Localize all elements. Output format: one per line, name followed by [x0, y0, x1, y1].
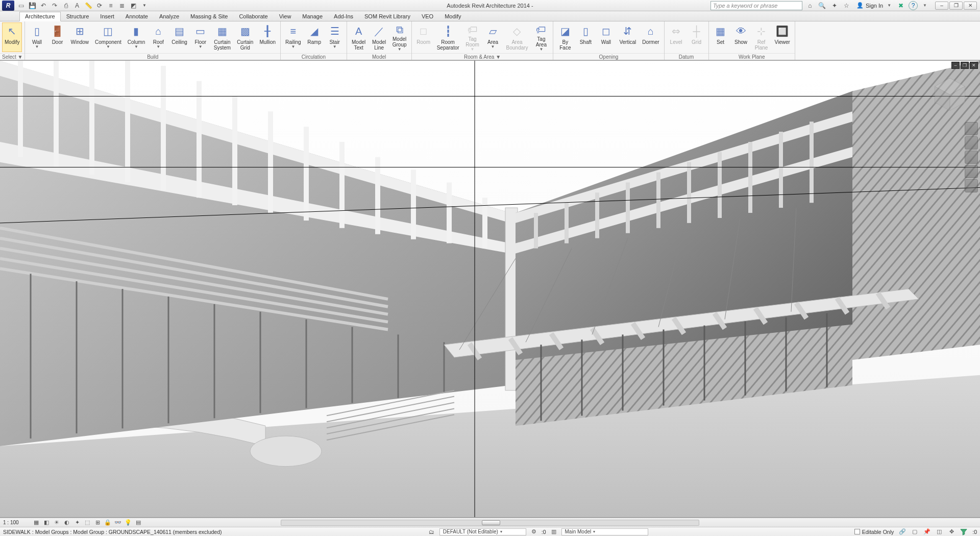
model-group-button[interactable]: ⧉Model Group▼ [390, 22, 409, 52]
tab-collaborate[interactable]: Collaborate [233, 12, 273, 21]
redo-icon[interactable]: ↷ [50, 1, 59, 10]
text-icon[interactable]: A [72, 1, 82, 10]
column-button[interactable]: ▮Column▼ [125, 22, 148, 52]
select-pinned-icon[interactable]: 📌 [923, 528, 930, 535]
tab-modify[interactable]: Modify [439, 12, 467, 21]
roof-button[interactable]: ⌂Roof▼ [149, 22, 168, 52]
tab-insert[interactable]: Insert [94, 12, 120, 21]
tab-analyze[interactable]: Analyze [154, 12, 185, 21]
select-links-icon[interactable]: 🔗 [899, 528, 906, 535]
visual-style-icon[interactable]: ◧ [43, 519, 50, 526]
worksharing-requests-icon[interactable]: ⚙ [530, 528, 537, 535]
tab-annotate[interactable]: Annotate [120, 12, 154, 21]
undo-icon[interactable]: ↶ [39, 1, 48, 10]
search-go-icon[interactable]: 🔍 [818, 1, 827, 10]
pan-icon[interactable] [965, 136, 978, 150]
tab-view[interactable]: View [274, 12, 297, 21]
help-icon[interactable]: ? [909, 1, 918, 10]
orbit-icon[interactable] [965, 165, 978, 178]
select-face-icon[interactable]: ◫ [936, 528, 943, 535]
sign-in-button[interactable]: 👤 Sign In ▼ [854, 2, 893, 9]
key-icon[interactable]: ✦ [830, 1, 839, 10]
area-button[interactable]: ▱Area▼ [483, 22, 503, 52]
tab-manage[interactable]: Manage [297, 12, 328, 21]
by-face-button[interactable]: ◪By Face [555, 22, 575, 52]
tab-architecture[interactable]: Architecture [19, 12, 61, 21]
rendering-icon[interactable]: ✦ [74, 519, 81, 526]
mullion-button[interactable]: ╂Mullion [257, 22, 278, 52]
curtain-system-button[interactable]: ▦Curtain System [211, 22, 233, 52]
component-button[interactable]: ◫Component▼ [92, 22, 124, 52]
viewer-button[interactable]: 🔲Viewer [772, 22, 793, 52]
window-button[interactable]: ⊞Window [68, 22, 91, 52]
maximize-button[interactable]: ❐ [949, 2, 963, 10]
favorite-icon[interactable]: ☆ [842, 1, 851, 10]
design-options-icon[interactable]: ▥ [550, 528, 557, 535]
close-hidden-icon[interactable]: ◩ [129, 1, 138, 10]
tag-area-button[interactable]: 🏷Tag Area▼ [531, 22, 551, 52]
select-underlay-icon[interactable]: ▢ [911, 528, 918, 535]
tab-structure[interactable]: Structure [61, 12, 95, 21]
vertical-button[interactable]: ⇵Vertical [617, 22, 639, 52]
minimize-button[interactable]: – [935, 2, 948, 10]
ceiling-button[interactable]: ▤Ceiling [169, 22, 190, 52]
door-button[interactable]: 🚪Door [47, 22, 67, 52]
wall-button[interactable]: ▯Wall▼ [27, 22, 46, 52]
shaft-button[interactable]: ▯Shaft [576, 22, 595, 52]
exchange-apps-icon[interactable]: ✖ [896, 1, 905, 10]
design-options-dropdown[interactable]: Main Model▾ [561, 528, 648, 535]
tab-som-revit-library[interactable]: SOM Revit Library [359, 12, 416, 21]
view-close-button[interactable]: ✕ [970, 62, 978, 69]
view-scale[interactable]: 1 : 100 [3, 520, 29, 525]
sun-path-icon[interactable]: ☀ [53, 519, 60, 526]
show-crop-icon[interactable]: ⊞ [94, 519, 101, 526]
wall-button[interactable]: ◻Wall [596, 22, 616, 52]
set-button[interactable]: ▦Set [711, 22, 730, 52]
subscription-icon[interactable]: ⌂ [805, 1, 815, 10]
model-text-button[interactable]: AModel Text [349, 22, 369, 52]
lookat-icon[interactable] [965, 179, 978, 192]
detail-level-icon[interactable]: ▦ [33, 519, 40, 526]
application-menu-button[interactable]: R [2, 1, 14, 11]
show-button[interactable]: 👁Show [731, 22, 751, 52]
reveal-hidden-icon[interactable]: 💡 [125, 519, 132, 526]
close-button[interactable]: ✕ [964, 2, 977, 10]
active-workset-dropdown[interactable]: DEFAULT (Not Editable)▾ [439, 528, 526, 535]
measure-icon[interactable]: 📏 [84, 1, 93, 10]
tab-add-ins[interactable]: Add-Ins [328, 12, 359, 21]
align-icon[interactable]: ≡ [106, 1, 115, 10]
horizontal-scrollbar[interactable] [281, 520, 699, 526]
railing-button[interactable]: ≡Railing▼ [283, 22, 304, 52]
scrollbar-thumb[interactable] [482, 520, 500, 525]
ramp-button[interactable]: ◢Ramp [305, 22, 324, 52]
stair-button[interactable]: ☰Stair▼ [325, 22, 345, 52]
editable-only-checkbox[interactable]: Editable Only [854, 529, 894, 535]
view-minimize-button[interactable]: – [951, 62, 960, 69]
room-separator-button[interactable]: ┇Room Separator [434, 22, 462, 52]
view-cube[interactable] [929, 73, 971, 115]
drag-elements-icon[interactable]: ✥ [948, 528, 955, 535]
print-icon[interactable]: ⎙ [61, 1, 70, 10]
view-maximize-button[interactable]: ❐ [961, 62, 969, 69]
temp-hide-icon[interactable]: 👓 [114, 519, 121, 526]
help-dropdown-icon[interactable]: ▼ [923, 3, 927, 8]
dormer-button[interactable]: ⌂Dormer [640, 22, 662, 52]
worksharing-display-icon[interactable]: ▤ [135, 519, 142, 526]
drawing-area[interactable]: – ❐ ✕ [0, 60, 980, 518]
steering-wheel-icon[interactable] [965, 122, 978, 135]
lock-3d-icon[interactable]: 🔒 [104, 519, 111, 526]
open-icon[interactable]: ▭ [16, 1, 26, 10]
sync-icon[interactable]: ⟳ [95, 1, 104, 10]
save-icon[interactable]: 💾 [28, 1, 37, 10]
crop-view-icon[interactable]: ⬚ [84, 519, 91, 526]
workset-icon[interactable]: 🗂 [428, 528, 435, 535]
qat-customize-icon[interactable]: ▼ [140, 1, 149, 10]
infocenter-search-input[interactable]: Type a keyword or phrase [710, 1, 802, 10]
thin-lines-icon[interactable]: ≣ [117, 1, 127, 10]
tab-massing-site[interactable]: Massing & Site [185, 12, 233, 21]
curtain-grid-button[interactable]: ▩Curtain Grid [234, 22, 256, 52]
modify-button[interactable]: ↖Modify [2, 22, 22, 52]
zoom-icon[interactable] [965, 151, 978, 164]
shadows-icon[interactable]: ◐ [63, 519, 70, 526]
model-line-button[interactable]: ／Model Line [370, 22, 389, 52]
